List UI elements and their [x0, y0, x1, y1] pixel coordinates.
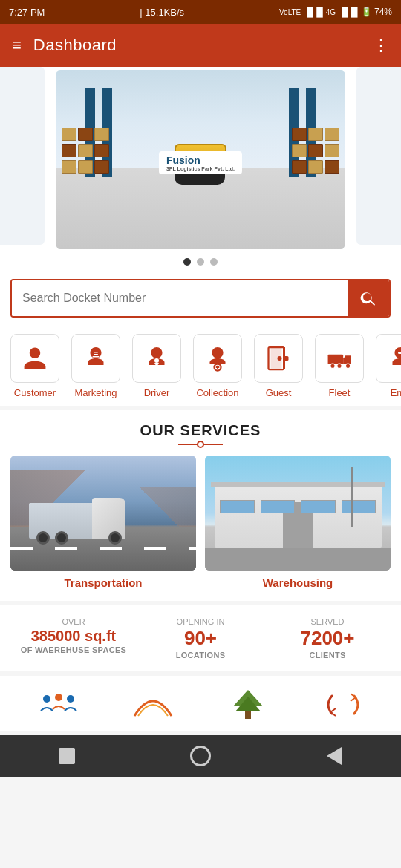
carousel-prev [0, 67, 45, 245]
stat-space-value: 385000 sq.ft [31, 628, 117, 644]
svg-rect-0 [94, 352, 98, 353]
svg-point-14 [345, 364, 350, 368]
signal-4g-icon: 4G [326, 8, 336, 16]
qa-driver-label: Driver [144, 387, 170, 398]
stop-icon [59, 748, 75, 764]
page-title: Dashboard [33, 36, 373, 55]
search-bar [10, 279, 391, 318]
services-title: OUR SERVICES [10, 422, 391, 439]
signal-bars-icon: ▐▌█ [339, 7, 358, 17]
nav-home-button[interactable] [189, 744, 212, 768]
transportation-image [10, 456, 196, 571]
robot-forklift: Fusion 3PL Logistics Park Pvt. Ltd. [175, 144, 226, 181]
svg-rect-8 [283, 356, 289, 361]
svg-point-16 [43, 695, 50, 703]
service-warehousing[interactable]: Warehousing [205, 456, 391, 589]
qa-marketing-label: Marketing [74, 387, 117, 398]
svg-point-7 [278, 356, 282, 361]
svg-point-13 [337, 364, 342, 368]
svg-point-3 [154, 358, 159, 363]
service-transportation[interactable]: Transportation [10, 456, 196, 589]
home-icon [190, 746, 211, 766]
bottom-nav [0, 735, 401, 777]
battery-icon: 🔋 74% [361, 7, 392, 17]
qa-employee[interactable]: Emp [371, 334, 401, 398]
partner-logo-3 [226, 686, 270, 723]
stat-warehouse-space: OVER 385000 sq.ft OF WAEREHUSE SPACES [10, 617, 137, 660]
qa-driver[interactable]: Driver [128, 334, 186, 398]
stat-over-label: OVER [62, 617, 85, 626]
qa-fleet-label: Fleet [329, 387, 351, 398]
search-button[interactable] [348, 280, 389, 316]
qa-guest-label: Guest [266, 387, 292, 398]
stat-locations-label: LOCATIONS [176, 651, 226, 660]
svg-rect-10 [343, 358, 351, 364]
back-icon [327, 747, 342, 765]
qa-marketing[interactable]: Marketing [67, 334, 125, 398]
carousel-dot-2[interactable] [197, 258, 204, 266]
app-header: ≡ Dashboard ⋮ [0, 24, 401, 67]
warehousing-image [205, 456, 391, 571]
nav-stop-button[interactable] [55, 744, 79, 768]
status-icons: VoLTE ▐▌█ 4G ▐▌█ 🔋 74% [279, 7, 392, 17]
driver-icon [143, 345, 170, 372]
qa-customer[interactable]: Customer [6, 334, 64, 398]
qa-customer-label: Customer [14, 387, 56, 398]
transportation-label: Transportation [64, 576, 142, 589]
nav-back-button[interactable] [322, 744, 346, 768]
promo-carousel: Fusion 3PL Logistics Park Pvt. Ltd. [0, 67, 401, 252]
collection-icon [204, 345, 231, 372]
stat-locations: OPENING IN 90+ LOCATIONS [137, 617, 264, 660]
stat-space-label: OF WAEREHUSE SPACES [21, 645, 126, 654]
carousel-next [356, 67, 401, 245]
stat-locations-value: 90+ [184, 628, 217, 649]
svg-rect-2 [93, 356, 100, 358]
qa-collection-label: Collection [196, 387, 238, 398]
stat-clients-value: 7200+ [300, 628, 354, 649]
qa-guest[interactable]: Guest [250, 334, 307, 398]
stats-section: OVER 385000 sq.ft OF WAEREHUSE SPACES OP… [0, 605, 401, 671]
svg-rect-21 [245, 711, 251, 719]
carousel-dot-3[interactable] [210, 258, 218, 266]
status-bar: 7:27 PM | 15.1KB/s VoLTE ▐▌█ 4G ▐▌█ 🔋 74… [0, 0, 401, 24]
stat-clients: SERVED 7200+ CLIENTS [264, 617, 391, 660]
svg-point-18 [67, 695, 74, 703]
stat-clients-label: CLIENTS [309, 651, 345, 660]
quick-access-section: Customer Marketing Driver [0, 326, 401, 406]
partners-section [0, 676, 401, 731]
guest-icon [265, 345, 292, 372]
services-grid: Transportation [10, 456, 391, 589]
more-options-button[interactable]: ⋮ [373, 36, 389, 55]
warehousing-label: Warehousing [263, 576, 333, 589]
partner-logo-4 [321, 686, 365, 723]
svg-point-12 [330, 364, 335, 368]
services-section: OUR SERVICES [0, 410, 401, 601]
search-icon [359, 289, 377, 307]
partner-logo-1 [36, 686, 80, 723]
partner-logo-2 [131, 686, 175, 723]
brand-logo: Fusion 3PL Logistics Park Pvt. Ltd. [159, 151, 242, 174]
qa-collection[interactable]: Collection [189, 334, 247, 398]
search-section [0, 270, 401, 326]
carousel-main-slide: Fusion 3PL Logistics Park Pvt. Ltd. [56, 70, 345, 249]
qa-fleet[interactable]: Fleet [310, 334, 368, 398]
qa-employee-label: Emp [391, 387, 401, 398]
services-underline [10, 444, 391, 445]
stat-served-label: SERVED [310, 617, 344, 626]
customer-icon [22, 345, 48, 372]
svg-rect-15 [398, 352, 401, 354]
warehouse-illustration: Fusion 3PL Logistics Park Pvt. Ltd. [56, 70, 345, 249]
menu-button[interactable]: ≡ [12, 36, 22, 55]
search-input[interactable] [12, 280, 348, 316]
svg-rect-11 [345, 355, 351, 358]
signal-icon: ▐▌█ [304, 7, 323, 17]
employee-icon [387, 345, 401, 372]
carousel-dots [0, 252, 401, 270]
status-time-network: 7:27 PM [9, 7, 45, 18]
svg-point-17 [55, 694, 62, 701]
marketing-icon [82, 345, 109, 372]
status-network-speed: | 15.1KB/s [140, 7, 184, 18]
volte-icon: VoLTE [279, 8, 301, 16]
stat-opening-label: OPENING IN [177, 617, 225, 626]
carousel-dot-1[interactable] [183, 258, 191, 266]
